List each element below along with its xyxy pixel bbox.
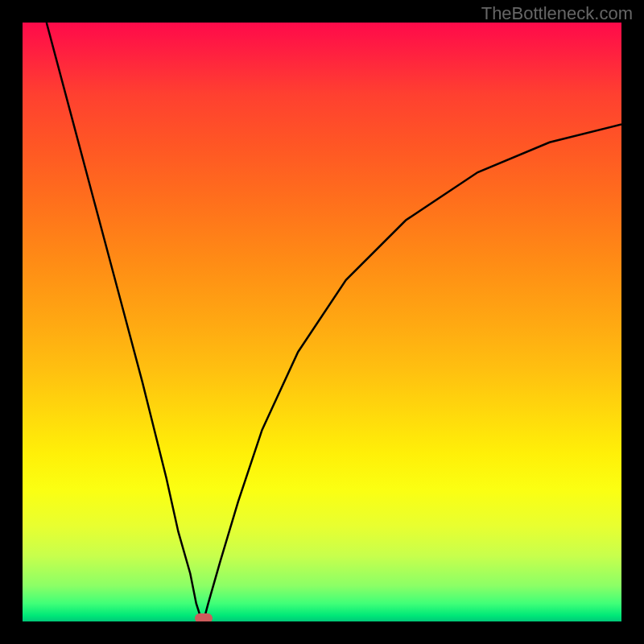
watermark-text: TheBottleneck.com — [481, 3, 633, 24]
chart-marker-point — [195, 613, 213, 621]
chart-plot-area — [23, 23, 621, 621]
chart-curve-svg — [23, 23, 621, 621]
bottleneck-curve — [47, 23, 621, 621]
